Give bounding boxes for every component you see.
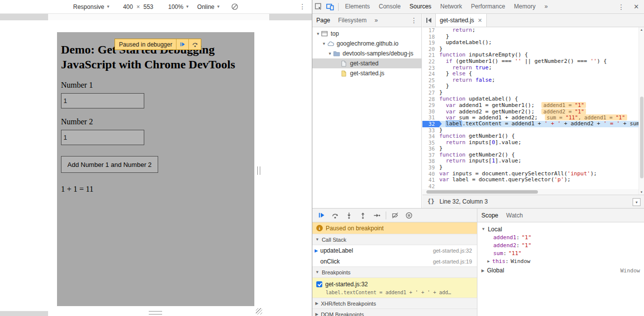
devtools-close-icon[interactable]: ✕ xyxy=(629,3,644,10)
tab-sources[interactable]: Sources xyxy=(405,0,436,13)
scroll-down-icon[interactable]: ▼ xyxy=(639,191,644,194)
code-line[interactable]: 38 return inputs[1].value; xyxy=(422,158,639,164)
line-number[interactable]: 23 xyxy=(422,65,439,71)
line-number[interactable]: 31 xyxy=(422,114,439,121)
tree-item-top[interactable]: ▼ top xyxy=(312,29,421,39)
code-line[interactable]: 19 updateLabel(); xyxy=(422,40,639,46)
code-line[interactable]: 42 xyxy=(422,183,639,189)
viewport-resize-handle-bottom[interactable] xyxy=(149,311,162,315)
line-number[interactable]: 24 xyxy=(422,71,439,77)
line-number[interactable]: 22 xyxy=(422,58,439,65)
tab-network[interactable]: Network xyxy=(436,0,467,13)
execution-line[interactable]: 32 label.textContent = addend1 + ' + ' +… xyxy=(422,121,639,127)
pretty-print-icon[interactable]: {} xyxy=(422,198,439,205)
code-line[interactable]: 28function updateLabel() { xyxy=(422,96,639,103)
resume-icon[interactable] xyxy=(176,39,188,50)
step-out-icon[interactable] xyxy=(356,209,370,222)
line-number[interactable]: 20 xyxy=(422,46,439,53)
panel-expand-icon[interactable]: ▾ xyxy=(633,198,641,206)
collapse-triangle-icon[interactable]: ▼ xyxy=(327,52,333,56)
line-number[interactable]: 28 xyxy=(422,96,439,103)
tab-elements[interactable]: Elements xyxy=(341,0,374,13)
scope-variable[interactable]: addend1: "1" xyxy=(477,233,644,241)
call-stack-frame[interactable]: onClick get-started.js:19 xyxy=(312,256,477,267)
device-mode-select[interactable]: Responsive ▼ xyxy=(73,3,111,10)
viewport-width-field[interactable]: 400 xyxy=(123,3,133,10)
line-number[interactable]: 40 xyxy=(422,171,439,177)
breakpoints-header[interactable]: ▼ Breakpoints xyxy=(312,266,477,278)
tree-item-get-started-js[interactable]: get-started.js xyxy=(312,68,421,78)
tree-item-get-started[interactable]: get-started xyxy=(312,58,421,68)
viewport-height-field[interactable]: 553 xyxy=(143,3,153,10)
line-number[interactable]: 32 xyxy=(422,121,439,127)
scope-variable[interactable]: addend2: "1" xyxy=(477,241,644,249)
code-line[interactable]: 25 return false; xyxy=(422,77,639,84)
line-number[interactable]: 29 xyxy=(422,102,439,108)
line-number[interactable]: 27 xyxy=(422,90,439,96)
step-over-icon[interactable] xyxy=(328,209,342,222)
code-line[interactable]: 17 return; xyxy=(422,27,639,34)
call-stack-frame[interactable]: ▶ updateLabel get-started.js:32 xyxy=(312,245,477,256)
inspect-element-icon[interactable] xyxy=(312,0,324,13)
tab-console[interactable]: Console xyxy=(374,0,405,13)
line-number[interactable]: 42 xyxy=(422,183,439,189)
breakpoint-entry[interactable]: get-started.js:32 label.textContent = ad… xyxy=(312,278,477,298)
line-number[interactable]: 25 xyxy=(422,77,439,84)
line-number[interactable]: 39 xyxy=(422,164,439,171)
viewport-resize-corner[interactable] xyxy=(256,308,262,315)
tree-item-folder[interactable]: ▼ devtools-samples/debug-js xyxy=(312,49,421,58)
scope-section-local[interactable]: ▼ Local xyxy=(477,225,644,233)
expand-triangle-icon[interactable]: ▶ xyxy=(481,268,484,273)
close-tab-icon[interactable]: ✕ xyxy=(477,17,482,24)
no-throttling-icon[interactable] xyxy=(231,3,238,10)
collapse-triangle-icon[interactable]: ▼ xyxy=(321,42,327,46)
line-number[interactable]: 18 xyxy=(422,34,439,40)
line-number[interactable]: 19 xyxy=(422,40,439,46)
tab-filesystem[interactable]: Filesystem xyxy=(334,14,370,27)
navigator-kebab-menu-icon[interactable]: ⋮ xyxy=(410,16,421,24)
line-number[interactable]: 21 xyxy=(422,52,439,58)
line-number[interactable]: 17 xyxy=(422,27,439,34)
line-number[interactable]: 38 xyxy=(422,158,439,164)
tab-scope[interactable]: Scope xyxy=(477,209,502,222)
network-throttle-select[interactable]: Online ▼ xyxy=(197,3,221,10)
scope-variable[interactable]: sum: "11" xyxy=(477,249,644,257)
scrollbar-thumb[interactable] xyxy=(640,97,644,178)
viewport-resize-handle-right[interactable] xyxy=(257,166,260,175)
code-lines[interactable]: 17 return;18 }19 updateLabel();20}21func… xyxy=(422,27,639,189)
collapse-triangle-icon[interactable]: ▼ xyxy=(315,32,321,36)
code-line[interactable]: 26 } xyxy=(422,83,639,90)
toggle-device-toolbar-icon[interactable] xyxy=(324,0,336,13)
number1-input[interactable] xyxy=(61,93,144,108)
editor-horizontal-scrollbar[interactable] xyxy=(422,189,639,195)
add-numbers-button[interactable]: Add Number 1 and Number 2 xyxy=(61,156,158,173)
line-number[interactable]: 34 xyxy=(422,133,439,140)
tab-page[interactable]: Page xyxy=(312,14,334,27)
scroll-up-icon[interactable]: ▲ xyxy=(639,28,644,31)
xhr-breakpoints-header[interactable]: ▶ XHR/fetch Breakpoints xyxy=(312,298,477,309)
tab-watch[interactable]: Watch xyxy=(502,209,527,222)
pause-on-exceptions-icon[interactable] xyxy=(402,209,416,222)
code-line[interactable]: 35 return inputs[0].value; xyxy=(422,140,639,146)
scope-section-global[interactable]: ▶ Global Window xyxy=(477,265,644,276)
call-stack-header[interactable]: ▼ Call Stack xyxy=(312,234,477,245)
line-number[interactable]: 35 xyxy=(422,140,439,146)
more-tabs-chevron[interactable]: » xyxy=(370,14,382,27)
dom-breakpoints-header[interactable]: ▶ DOM Breakpoints xyxy=(312,309,477,316)
devtools-kebab-menu-icon[interactable]: ⋮ xyxy=(614,3,629,11)
code-line[interactable]: 29 var addend1 = getNumber1();addend1 = … xyxy=(422,102,639,108)
tab-performance[interactable]: Performance xyxy=(467,0,510,13)
tab-memory[interactable]: Memory xyxy=(510,0,540,13)
step-over-icon[interactable] xyxy=(188,39,201,50)
resume-icon[interactable] xyxy=(314,209,328,222)
line-number[interactable]: 30 xyxy=(422,108,439,115)
breakpoint-checkbox[interactable] xyxy=(316,281,322,287)
line-number[interactable]: 33 xyxy=(422,127,439,134)
tree-item-domain[interactable]: ▼ googlechrome.github.io xyxy=(312,39,421,49)
scope-variable-this[interactable]: ▶ this: Window xyxy=(477,257,644,265)
line-number[interactable]: 36 xyxy=(422,146,439,152)
number2-input[interactable] xyxy=(61,130,144,145)
code-line[interactable]: 30 var addend2 = getNumber2();addend2 = … xyxy=(422,108,639,115)
step-icon[interactable] xyxy=(370,209,384,222)
more-tabs-chevron[interactable]: » xyxy=(540,0,552,13)
